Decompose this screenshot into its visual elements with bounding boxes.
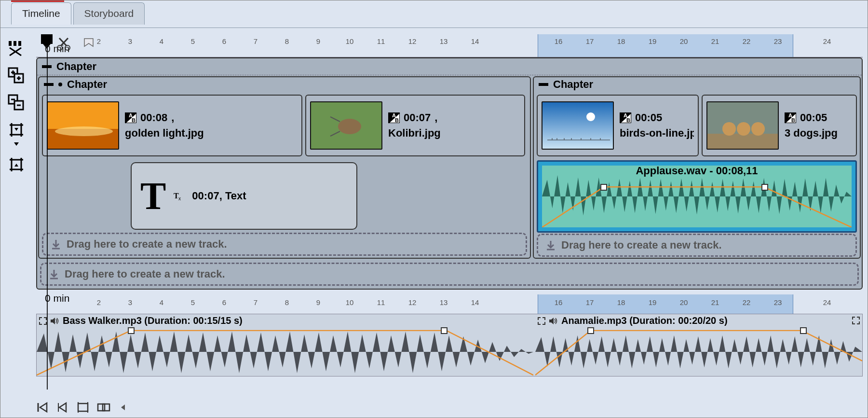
- tab-storyboard[interactable]: Storyboard: [73, 2, 145, 25]
- ruler-tick: 24: [823, 37, 831, 57]
- envelope-point[interactable]: [600, 184, 607, 191]
- drop-hint: Drag here to create a new track.: [561, 239, 722, 251]
- svg-marker-59: [549, 318, 554, 324]
- envelope-point[interactable]: [441, 327, 448, 334]
- add-group-icon[interactable]: [8, 67, 25, 84]
- ruler-tick: 11: [377, 37, 385, 57]
- tab-timeline[interactable]: Timeline: [11, 2, 71, 25]
- clip-duration: 00:05: [635, 111, 662, 124]
- clip-thumbnail: [706, 101, 779, 150]
- ruler-tick: 4: [160, 298, 163, 307]
- transition-icon[interactable]: AB: [388, 112, 400, 123]
- drop-arrow-icon: [48, 268, 60, 280]
- envelope-point[interactable]: [128, 327, 135, 334]
- ruler-tick: 21: [711, 37, 719, 57]
- envelope-point[interactable]: [761, 184, 768, 191]
- speaker-icon[interactable]: [50, 317, 60, 325]
- collapse-icon[interactable]: [44, 83, 54, 86]
- video-clip[interactable]: AB00:05 birds-on-line.jpg: [537, 95, 699, 156]
- clip-duration: 00:08: [140, 111, 167, 124]
- dropdown-arrow-icon[interactable]: [13, 141, 20, 146]
- prev-frame-icon[interactable]: [56, 401, 69, 414]
- svg-point-39: [586, 112, 595, 121]
- drop-zone[interactable]: Drag here to create a new track.: [537, 234, 857, 257]
- ruler-tick: 17: [586, 298, 594, 307]
- svg-rect-67: [98, 404, 105, 411]
- ruler-tick: 8: [285, 298, 289, 307]
- clip-filename: golden light.jpg: [125, 127, 204, 139]
- clip-filename: birds-on-line.jpg: [620, 127, 694, 139]
- remove-group-icon[interactable]: [8, 94, 25, 111]
- transition-icon[interactable]: AB: [785, 112, 796, 123]
- audio-ruler[interactable]: 0 min 2345678910111213141617181920212223…: [36, 294, 863, 314]
- tracks-icon[interactable]: [8, 40, 25, 57]
- svg-point-50: [722, 122, 736, 136]
- view-tabs: Timeline Storyboard: [11, 2, 145, 25]
- text-clip-label: Text: [225, 190, 246, 202]
- svg-rect-1: [14, 41, 16, 46]
- marker-icon[interactable]: [81, 37, 96, 51]
- ruler-tick: 23: [774, 298, 782, 307]
- fit-selection-icon[interactable]: [97, 401, 111, 414]
- svg-marker-20: [14, 142, 19, 146]
- global-audio-clip[interactable]: Bass Walker.mp3 (Duration: 00:15/15 s) -…: [37, 314, 533, 376]
- chapter-outer[interactable]: Chapter Chapter: [36, 57, 863, 290]
- envelope-point[interactable]: [800, 327, 807, 334]
- sub-chapter-1[interactable]: Chapter AB00:08, golden light.jpg: [38, 76, 531, 259]
- collapse-icon[interactable]: [539, 83, 548, 86]
- total-duration: 8 s: [862, 150, 863, 163]
- envelope-point[interactable]: [587, 327, 594, 334]
- svg-marker-69: [121, 404, 125, 410]
- expand-icon[interactable]: [39, 317, 47, 325]
- ruler-tick: 12: [408, 298, 417, 307]
- ruler-tick: 22: [743, 37, 751, 57]
- svg-marker-62: [59, 403, 66, 412]
- ruler-tick: 23: [774, 37, 782, 57]
- ruler-tick: 20: [680, 37, 688, 57]
- ruler-tick: 6: [222, 298, 226, 307]
- text-effect-icon[interactable]: Tx: [173, 190, 185, 202]
- timeline-ruler[interactable]: 0 min 2345678910111213141617181920212223…: [36, 34, 863, 57]
- text-icon: T: [140, 174, 166, 218]
- ruler-tick: 6: [222, 37, 226, 57]
- transition-icon[interactable]: AB: [620, 112, 631, 123]
- chapter-header[interactable]: Chapter: [37, 58, 862, 75]
- drop-arrow-icon: [50, 238, 62, 250]
- speaker-icon[interactable]: [549, 317, 558, 325]
- go-start-icon[interactable]: [36, 401, 49, 414]
- clip-end-expand-icon[interactable]: [852, 316, 860, 325]
- global-audio-track[interactable]: Bass Walker.mp3 (Duration: 00:15/15 s) -…: [36, 314, 863, 376]
- video-clip[interactable]: AB00:08, golden light.jpg: [42, 95, 302, 156]
- crop-out-icon[interactable]: [8, 156, 25, 173]
- text-clip[interactable]: T Tx 00:07, Text: [131, 162, 357, 230]
- ruler-tick: 7: [254, 298, 258, 307]
- expand-icon[interactable]: [537, 317, 546, 325]
- audio-filename: Bass Walker.mp3 (Duration: 00:15/15 s): [63, 315, 243, 326]
- ruler-tick: 2: [97, 298, 101, 307]
- svg-rect-68: [103, 404, 109, 411]
- drop-zone[interactable]: Drag here to create a new track.: [42, 233, 527, 256]
- svg-point-34: [338, 119, 361, 134]
- video-clip[interactable]: AB00:07, Kolibri.jpg: [305, 95, 525, 156]
- fit-window-icon[interactable]: [77, 401, 89, 414]
- clip-thumbnail: [542, 101, 614, 150]
- ruler-tick: 18: [617, 298, 625, 307]
- drop-zone[interactable]: Drag here to create a new track.: [40, 263, 859, 286]
- global-audio-clip[interactable]: Anamalie.mp3 (Duration: 00:20/20 s) -03:…: [535, 314, 862, 376]
- audio-clip[interactable]: Applause.wav - 00:08,11: [537, 160, 857, 233]
- transition-icon[interactable]: AB: [125, 112, 136, 123]
- audio-filename: Anamalie.mp3 (Duration: 00:20/20 s): [561, 315, 728, 326]
- svg-rect-0: [9, 41, 12, 46]
- video-clip[interactable]: AB00:05 3 dogs.jpg: [702, 95, 857, 156]
- playhead-line[interactable]: [47, 34, 48, 390]
- ruler-tick: 7: [254, 37, 258, 57]
- ruler-tick: 2: [97, 37, 101, 57]
- ruler-selection[interactable]: [538, 34, 793, 57]
- clip-filename: 3 dogs.jpg: [785, 127, 838, 139]
- scroll-left-icon[interactable]: [119, 404, 127, 411]
- crop-in-icon[interactable]: [8, 121, 25, 139]
- ruler-tick: 12: [408, 37, 417, 57]
- sub-chapter-2[interactable]: Chapter AB00:05 birds-on-line.jpg: [533, 76, 861, 259]
- clip-filename: Kolibri.jpg: [388, 127, 441, 139]
- ruler-tick: 13: [440, 37, 448, 57]
